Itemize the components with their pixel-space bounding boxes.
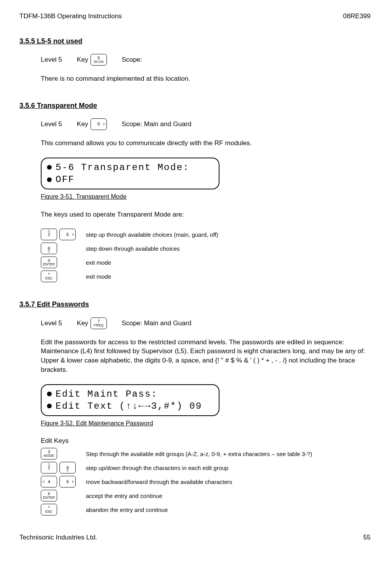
section-356-para: This command allows you to communicate d…: [41, 139, 371, 148]
key-7-freq: 7 FREQ: [91, 317, 107, 329]
key-2: 2: [41, 462, 57, 474]
lcd-line-2: OFF: [56, 173, 75, 186]
page-header: TDFM-136B Operating Instructions 08RE399: [19, 12, 371, 21]
level-label: Level 5: [41, 120, 62, 129]
key-5-scan: 5 SCAN: [91, 54, 107, 66]
figure-352-caption: Figure 3-52. Edit Maintenance Password: [41, 419, 371, 428]
key-desc: step up through available choices (main,…: [86, 231, 218, 239]
dot-icon: [47, 404, 52, 408]
key-enter: #ENTER: [41, 490, 57, 501]
key-desc: Step through the available edit groups (…: [86, 450, 312, 458]
key-enter: #ENTER: [41, 257, 57, 268]
key-table-357: 3MODE Step through the available edit gr…: [41, 448, 371, 515]
key-2: 2: [41, 229, 57, 240]
lcd-line-1: Edit Maint Pass:: [56, 388, 157, 400]
key-6: 6: [59, 229, 76, 240]
page-footer: Technisonic Industries Ltd. 55: [19, 533, 371, 542]
lcd-line-1: 5-6 Transparent Mode:: [56, 161, 189, 173]
header-right: 08RE399: [343, 12, 371, 21]
key-desc: exit mode: [86, 272, 111, 281]
footer-right: 55: [363, 533, 371, 542]
key-esc: *ESC: [41, 271, 57, 282]
dot-icon: [47, 177, 52, 182]
scope-label: Scope:: [122, 55, 142, 64]
key-4: 4: [41, 476, 57, 487]
key-8: 8: [59, 462, 76, 474]
footer-left: Technisonic Industries Ltd.: [19, 533, 97, 542]
key-desc: accept the entry and continue: [86, 492, 162, 500]
level-label: Level 5: [41, 55, 62, 64]
key-6: 6: [91, 118, 107, 130]
dot-icon: [47, 165, 52, 170]
scope-label: Scope: Main and Guard: [122, 120, 192, 129]
key-label: Key: [77, 319, 88, 328]
section-357-para: Edit the passwords for access to the res…: [41, 338, 371, 375]
header-left: TDFM-136B Operating Instructions: [19, 12, 122, 21]
key-desc: step down through available choices: [86, 245, 180, 253]
key-8: 8: [41, 243, 57, 254]
key-label: Key: [77, 55, 88, 64]
keys-used-text: The keys used to operate Transparent Mod…: [41, 210, 371, 219]
key-desc: exit mode: [86, 258, 111, 267]
dot-icon: [47, 392, 52, 396]
section-356-heading: 3.5.6 Transparent Mode: [19, 101, 371, 111]
lcd-display-357: Edit Maint Pass: Edit Text (↑↓←→3,#*) 09: [41, 384, 219, 416]
lcd-line-2: Edit Text (↑↓←→3,#*) 09: [56, 400, 202, 412]
lcd-display-356: 5-6 Transparent Mode: OFF: [41, 158, 219, 189]
edit-keys-heading: Edit Keys: [41, 436, 371, 446]
section-357-heading: 3.5.7 Edit Passwords: [19, 300, 371, 309]
key-desc: step up/down through the characters in e…: [86, 464, 228, 472]
key-desc: move backward/forward through the availa…: [86, 478, 232, 486]
scope-label: Scope: Main and Guard: [122, 319, 192, 328]
section-355-para: There is no command implemented at this …: [41, 74, 371, 83]
key-6: 6: [59, 476, 76, 487]
key-3-mode: 3MODE: [41, 448, 57, 460]
section-355-heading: 3.5.5 L5-5 not used: [19, 36, 371, 46]
key-table-356: 2 6 step up through available choices (m…: [41, 229, 371, 282]
key-desc: abandon the entry and continue: [86, 506, 168, 514]
level-label: Level 5: [41, 319, 62, 328]
key-esc: *ESC: [41, 504, 57, 515]
figure-351-caption: Figure 3-51. Transparent Mode: [41, 193, 371, 201]
key-label: Key: [77, 120, 88, 129]
